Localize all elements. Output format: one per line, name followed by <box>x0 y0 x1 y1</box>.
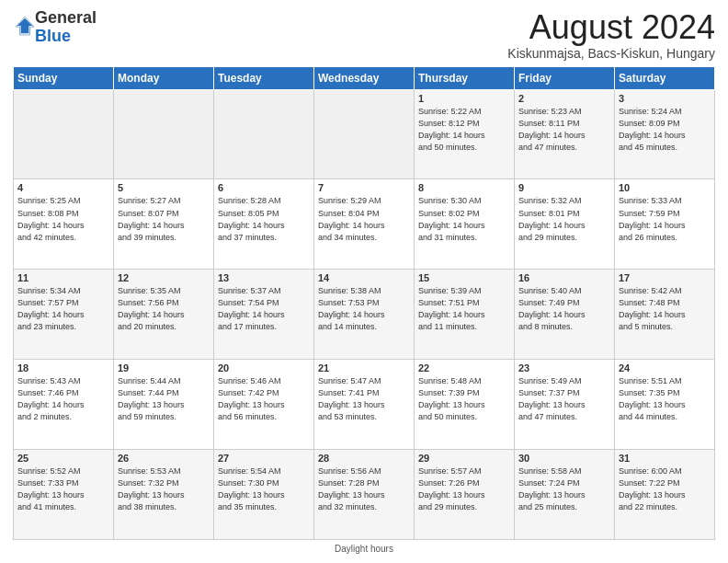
calendar-day-header: Thursday <box>415 66 515 89</box>
calendar-cell: 20Sunrise: 5:46 AM Sunset: 7:42 PM Dayli… <box>214 360 314 450</box>
day-info: Sunrise: 5:47 AM Sunset: 7:41 PM Dayligh… <box>318 375 410 423</box>
day-info: Sunrise: 6:00 AM Sunset: 7:22 PM Dayligh… <box>619 465 711 513</box>
day-info: Sunrise: 5:34 AM Sunset: 7:57 PM Dayligh… <box>17 285 109 333</box>
day-number: 26 <box>118 453 210 464</box>
calendar-cell: 19Sunrise: 5:44 AM Sunset: 7:44 PM Dayli… <box>114 360 214 450</box>
logo-general-text: General <box>35 8 97 27</box>
day-info: Sunrise: 5:22 AM Sunset: 8:12 PM Dayligh… <box>418 106 510 154</box>
day-info: Sunrise: 5:40 AM Sunset: 7:49 PM Dayligh… <box>518 285 610 333</box>
calendar-cell: 26Sunrise: 5:53 AM Sunset: 7:32 PM Dayli… <box>114 450 214 540</box>
day-info: Sunrise: 5:39 AM Sunset: 7:51 PM Dayligh… <box>418 285 510 333</box>
header: General Blue August 2024 Kiskunmajsa, Ba… <box>13 9 715 61</box>
calendar-cell: 23Sunrise: 5:49 AM Sunset: 7:37 PM Dayli… <box>515 360 615 450</box>
day-number: 23 <box>518 362 610 373</box>
calendar-cell: 11Sunrise: 5:34 AM Sunset: 7:57 PM Dayli… <box>14 270 114 360</box>
calendar-day-header: Sunday <box>14 66 114 89</box>
calendar-cell: 8Sunrise: 5:30 AM Sunset: 8:02 PM Daylig… <box>415 179 515 270</box>
day-number: 8 <box>418 182 510 193</box>
day-number: 7 <box>318 182 410 193</box>
day-number: 1 <box>418 93 510 104</box>
calendar-cell <box>214 89 314 179</box>
day-number: 4 <box>17 182 109 193</box>
day-number: 21 <box>318 362 410 373</box>
day-number: 29 <box>418 453 510 464</box>
day-info: Sunrise: 5:46 AM Sunset: 7:42 PM Dayligh… <box>218 375 310 423</box>
day-info: Sunrise: 5:27 AM Sunset: 8:07 PM Dayligh… <box>118 195 210 243</box>
calendar-cell: 21Sunrise: 5:47 AM Sunset: 7:41 PM Dayli… <box>314 360 415 450</box>
calendar-day-header: Friday <box>515 66 615 89</box>
day-info: Sunrise: 5:29 AM Sunset: 8:04 PM Dayligh… <box>318 195 410 243</box>
day-info: Sunrise: 5:43 AM Sunset: 7:46 PM Dayligh… <box>17 375 109 423</box>
day-number: 14 <box>318 272 410 283</box>
day-number: 6 <box>218 182 310 193</box>
calendar-cell: 30Sunrise: 5:58 AM Sunset: 7:24 PM Dayli… <box>515 450 615 540</box>
calendar-day-header: Monday <box>114 66 214 89</box>
day-info: Sunrise: 5:58 AM Sunset: 7:24 PM Dayligh… <box>518 465 610 513</box>
day-number: 28 <box>318 453 410 464</box>
calendar-cell: 6Sunrise: 5:28 AM Sunset: 8:05 PM Daylig… <box>214 179 314 270</box>
day-info: Sunrise: 5:42 AM Sunset: 7:48 PM Dayligh… <box>619 285 711 333</box>
day-info: Sunrise: 5:57 AM Sunset: 7:26 PM Dayligh… <box>418 465 510 513</box>
calendar-week-row: 18Sunrise: 5:43 AM Sunset: 7:46 PM Dayli… <box>14 360 715 450</box>
day-number: 17 <box>619 272 711 283</box>
day-number: 2 <box>518 93 610 104</box>
day-info: Sunrise: 5:35 AM Sunset: 7:56 PM Dayligh… <box>118 285 210 333</box>
calendar-day-header: Wednesday <box>314 66 415 89</box>
calendar-cell: 3Sunrise: 5:24 AM Sunset: 8:09 PM Daylig… <box>615 89 715 179</box>
logo: General Blue <box>13 9 97 46</box>
day-number: 16 <box>518 272 610 283</box>
day-number: 18 <box>17 362 109 373</box>
logo-blue-text: Blue <box>35 27 71 45</box>
subtitle: Kiskunmajsa, Bacs-Kiskun, Hungary <box>507 46 715 61</box>
calendar-cell: 5Sunrise: 5:27 AM Sunset: 8:07 PM Daylig… <box>114 179 214 270</box>
calendar-header-row: SundayMondayTuesdayWednesdayThursdayFrid… <box>14 66 715 89</box>
day-number: 19 <box>118 362 210 373</box>
calendar-cell: 16Sunrise: 5:40 AM Sunset: 7:49 PM Dayli… <box>515 270 615 360</box>
day-info: Sunrise: 5:53 AM Sunset: 7:32 PM Dayligh… <box>118 465 210 513</box>
calendar-cell: 9Sunrise: 5:32 AM Sunset: 8:01 PM Daylig… <box>515 179 615 270</box>
calendar-cell: 25Sunrise: 5:52 AM Sunset: 7:33 PM Dayli… <box>14 450 114 540</box>
day-info: Sunrise: 5:37 AM Sunset: 7:54 PM Dayligh… <box>218 285 310 333</box>
calendar-day-header: Saturday <box>615 66 715 89</box>
day-number: 13 <box>218 272 310 283</box>
day-info: Sunrise: 5:51 AM Sunset: 7:35 PM Dayligh… <box>619 375 711 423</box>
calendar-cell: 10Sunrise: 5:33 AM Sunset: 7:59 PM Dayli… <box>615 179 715 270</box>
day-number: 25 <box>17 453 109 464</box>
day-number: 24 <box>619 362 711 373</box>
day-number: 10 <box>619 182 711 193</box>
day-info: Sunrise: 5:38 AM Sunset: 7:53 PM Dayligh… <box>318 285 410 333</box>
calendar-cell: 27Sunrise: 5:54 AM Sunset: 7:30 PM Dayli… <box>214 450 314 540</box>
day-number: 3 <box>619 93 711 104</box>
day-info: Sunrise: 5:49 AM Sunset: 7:37 PM Dayligh… <box>518 375 610 423</box>
calendar-cell: 15Sunrise: 5:39 AM Sunset: 7:51 PM Dayli… <box>415 270 515 360</box>
day-info: Sunrise: 5:33 AM Sunset: 7:59 PM Dayligh… <box>619 195 711 243</box>
calendar-cell <box>314 89 415 179</box>
calendar-week-row: 4Sunrise: 5:25 AM Sunset: 8:08 PM Daylig… <box>14 179 715 270</box>
calendar-day-header: Tuesday <box>214 66 314 89</box>
page: General Blue August 2024 Kiskunmajsa, Ba… <box>0 0 728 563</box>
day-number: 27 <box>218 453 310 464</box>
calendar-cell: 13Sunrise: 5:37 AM Sunset: 7:54 PM Dayli… <box>214 270 314 360</box>
calendar-cell: 2Sunrise: 5:23 AM Sunset: 8:11 PM Daylig… <box>515 89 615 179</box>
title-block: August 2024 Kiskunmajsa, Bacs-Kiskun, Hu… <box>507 9 715 61</box>
calendar-table: SundayMondayTuesdayWednesdayThursdayFrid… <box>13 66 715 540</box>
day-info: Sunrise: 5:24 AM Sunset: 8:09 PM Dayligh… <box>619 106 711 154</box>
day-info: Sunrise: 5:23 AM Sunset: 8:11 PM Dayligh… <box>518 106 610 154</box>
calendar-week-row: 25Sunrise: 5:52 AM Sunset: 7:33 PM Dayli… <box>14 450 715 540</box>
day-info: Sunrise: 5:30 AM Sunset: 8:02 PM Dayligh… <box>418 195 510 243</box>
day-number: 11 <box>17 272 109 283</box>
calendar-week-row: 1Sunrise: 5:22 AM Sunset: 8:12 PM Daylig… <box>14 89 715 179</box>
day-info: Sunrise: 5:54 AM Sunset: 7:30 PM Dayligh… <box>218 465 310 513</box>
day-info: Sunrise: 5:52 AM Sunset: 7:33 PM Dayligh… <box>17 465 109 513</box>
footer-note: Daylight hours <box>13 544 715 554</box>
calendar-cell: 17Sunrise: 5:42 AM Sunset: 7:48 PM Dayli… <box>615 270 715 360</box>
daylight-hours-label: Daylight hours <box>335 544 393 554</box>
calendar-cell: 24Sunrise: 5:51 AM Sunset: 7:35 PM Dayli… <box>615 360 715 450</box>
logo-icon <box>15 16 35 36</box>
day-info: Sunrise: 5:25 AM Sunset: 8:08 PM Dayligh… <box>17 195 109 243</box>
calendar-cell: 31Sunrise: 6:00 AM Sunset: 7:22 PM Dayli… <box>615 450 715 540</box>
day-number: 12 <box>118 272 210 283</box>
calendar-cell: 28Sunrise: 5:56 AM Sunset: 7:28 PM Dayli… <box>314 450 415 540</box>
day-number: 5 <box>118 182 210 193</box>
calendar-cell <box>14 89 114 179</box>
